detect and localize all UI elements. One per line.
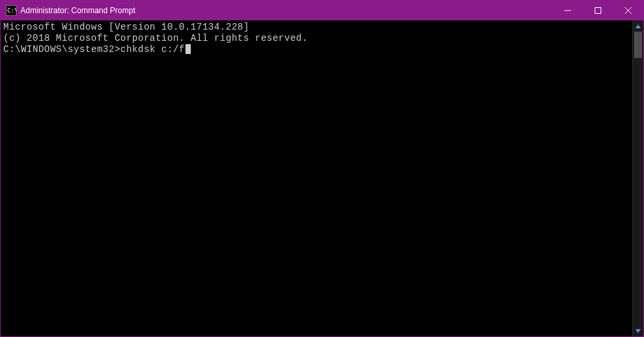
window-controls [553,1,643,20]
svg-marker-7 [635,329,641,333]
scroll-thumb[interactable] [634,32,642,58]
content-area: Microsoft Windows [Version 10.0.17134.22… [1,20,643,336]
terminal-line: Microsoft Windows [Version 10.0.17134.22… [3,22,632,33]
vertical-scrollbar[interactable] [632,20,643,336]
close-button[interactable] [613,1,643,20]
svg-rect-3 [595,8,601,14]
minimize-button[interactable] [553,1,583,20]
scroll-down-arrow-icon[interactable] [633,325,643,336]
prompt-text: C:\WINDOWS\system32> [3,44,120,55]
svg-marker-6 [635,24,641,28]
window-title: Administrator: Command Prompt [20,6,553,15]
command-prompt-window: C:\ Administrator: Command Prompt Micros… [0,0,644,337]
svg-text:C:\: C:\ [7,7,16,14]
cmd-icon: C:\ [6,5,16,16]
scroll-up-arrow-icon[interactable] [633,20,643,32]
terminal-line: (c) 2018 Microsoft Corporation. All righ… [3,33,632,44]
command-text: chkdsk c:/f [120,44,185,55]
terminal-output[interactable]: Microsoft Windows [Version 10.0.17134.22… [1,20,632,336]
prompt-line: C:\WINDOWS\system32>chkdsk c:/f [3,44,632,55]
titlebar[interactable]: C:\ Administrator: Command Prompt [1,1,643,20]
scroll-track[interactable] [633,32,643,325]
maximize-button[interactable] [583,1,613,20]
text-cursor [186,44,191,54]
